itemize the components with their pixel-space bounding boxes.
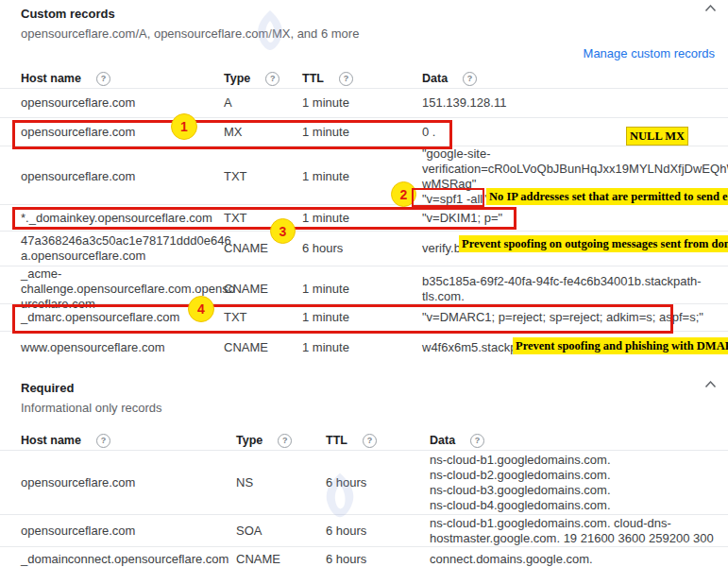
collapse-section-button[interactable] [704, 4, 717, 12]
section-title: Required [21, 381, 728, 396]
type-cell: CNAME [224, 282, 302, 297]
chevron-up-icon [704, 380, 717, 388]
host-cell: www.opensourceflare.com [21, 340, 224, 355]
annotation-badge-1: 1 [171, 113, 197, 140]
help-icon[interactable]: ? [96, 434, 110, 448]
required-records-header: Required Informational only records [0, 374, 728, 416]
help-icon[interactable]: ? [463, 72, 477, 86]
host-cell: opensourceflare.com [21, 169, 224, 184]
annotation-box-mx-row [12, 120, 452, 149]
col-ttl: TTL [326, 434, 347, 447]
type-cell: SOA [236, 524, 326, 539]
type-cell: CNAME [224, 340, 302, 355]
host-cell: opensourceflare.com [21, 95, 224, 111]
ttl-cell: 6 hours [326, 475, 430, 490]
required-records-table: Host name? Type? TTL? Data? opensourcefl… [0, 431, 728, 567]
table-row: opensourceflare.com SOA 6 hours ns-cloud… [0, 515, 728, 547]
col-type: Type [224, 72, 250, 85]
col-host-name: Host name [21, 434, 81, 447]
col-host-name: Host name [21, 72, 81, 85]
table-row: opensourceflare.com NS 6 hours ns-cloud-… [0, 451, 728, 515]
type-cell: NS [236, 475, 326, 490]
data-cell: 151.139.128.11 [422, 95, 722, 111]
annotation-box-dmarc-row [12, 304, 673, 334]
section-subtitle: opensourceflare.com/A, opensourceflare.c… [21, 26, 728, 42]
col-data: Data [430, 434, 455, 447]
section-title: Custom records [21, 7, 728, 22]
annotation-badge-3: 3 [270, 218, 296, 244]
col-type: Type [236, 434, 262, 447]
custom-records-header: Custom records opensourceflare.com/A, op… [0, 0, 728, 42]
manage-custom-records-link[interactable]: Manage custom records [584, 46, 715, 60]
data-cell: b35c185a-69f2-40fa-94fc-fe4c6b34001b.sta… [422, 274, 722, 304]
ttl-cell: 1 minute [302, 95, 422, 111]
help-icon[interactable]: ? [470, 434, 484, 448]
section-subtitle: Informational only records [21, 400, 728, 416]
collapse-section-button[interactable] [704, 380, 717, 388]
annotation-note-dkim: Prevent spoofing on outgoing messages se… [459, 235, 728, 252]
ttl-cell: 6 hours [326, 524, 430, 539]
data-cell: connect.domains.google.com. [430, 552, 722, 567]
annotation-box-spf [412, 188, 484, 207]
table-row: opensourceflare.com A 1 minute 151.139.1… [0, 89, 728, 118]
col-ttl: TTL [302, 72, 324, 85]
help-icon[interactable]: ? [96, 72, 110, 86]
host-cell: opensourceflare.com [21, 475, 236, 490]
ttl-cell: 1 minute [302, 282, 422, 297]
type-cell: A [224, 95, 302, 111]
annotation-badge-4: 4 [188, 296, 214, 322]
host-cell: 47a368246a3c50ac1e78171ddd0e646 a.openso… [21, 233, 224, 264]
annotation-note-dmarc: Prevent spoofing and phishing with DMARC [513, 337, 728, 354]
data-cell: ns-cloud-b1.googledomains.com. ns-cloud-… [430, 453, 722, 513]
annotation-box-dkim-row [12, 207, 516, 230]
chevron-up-icon [704, 4, 717, 12]
table-row: _acme- challenge.opensourceflare.com.ope… [0, 266, 728, 304]
table-header-row: Host name? Type? TTL? Data? [0, 69, 728, 89]
help-icon[interactable]: ? [265, 72, 279, 86]
table-row: _domainconnect.opensourceflare.com CNAME… [0, 547, 728, 567]
ttl-cell: 6 hours [326, 552, 430, 567]
host-cell: _domainconnect.opensourceflare.com [21, 552, 236, 567]
type-cell: CNAME [236, 552, 326, 567]
ttl-cell: 1 minute [302, 340, 422, 355]
dns-records-page: Custom records opensourceflare.com/A, op… [0, 0, 728, 567]
annotation-note-null-mx: NULL MX [626, 127, 688, 146]
help-icon[interactable]: ? [339, 72, 353, 86]
help-icon[interactable]: ? [363, 434, 377, 448]
host-cell: opensourceflare.com [21, 524, 236, 539]
type-cell: TXT [224, 169, 302, 184]
col-data: Data [422, 72, 448, 85]
annotation-note-spf: No IP addresses set that are permitted t… [486, 188, 728, 205]
data-cell: ns-cloud-b1.googledomains.com. cloud-dns… [430, 516, 722, 546]
type-cell: CNAME [224, 241, 302, 256]
table-header-row: Host name? Type? TTL? Data? [0, 431, 728, 451]
help-icon[interactable]: ? [278, 434, 292, 448]
ttl-cell: 6 hours [302, 241, 422, 256]
